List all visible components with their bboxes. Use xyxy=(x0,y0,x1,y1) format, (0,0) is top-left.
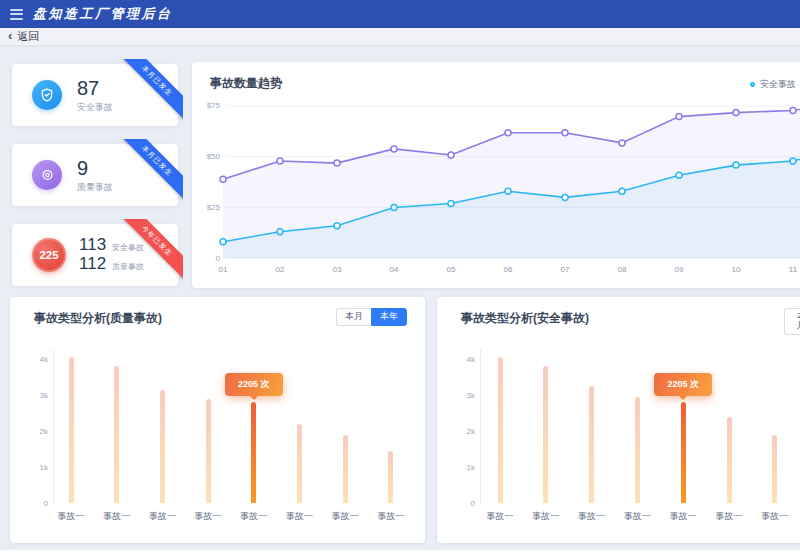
svg-text:0: 0 xyxy=(216,254,221,263)
stat-card-safety-month: 87 安全事故 本月已发生 xyxy=(12,64,178,126)
svg-text:03: 03 xyxy=(333,265,342,274)
svg-text:$75: $75 xyxy=(207,101,221,110)
quality-bar-chart: 01k2k3k4k事故一事故一事故一事故一事故一2205 次事故一事故一事故一 xyxy=(10,297,425,543)
bar[interactable] xyxy=(206,399,211,503)
svg-text:01: 01 xyxy=(219,265,228,274)
x-axis-label: 事故一 xyxy=(140,510,184,523)
x-axis-label: 事故一 xyxy=(232,510,276,523)
y-axis-tick: 0 xyxy=(445,499,475,508)
stat-card-year-total: 225 113 安全事故 112 质量事故 今年已发生 xyxy=(12,224,178,286)
safety-bar-chart: 01k2k3k4k事故一事故一事故一事故一事故一2205 次事故一事故一 xyxy=(437,297,800,543)
x-axis-label: 事故一 xyxy=(478,510,522,523)
year-quality-value: 112 xyxy=(79,255,106,274)
footer xyxy=(0,550,800,560)
x-axis-label: 事故一 xyxy=(278,510,322,523)
bar[interactable] xyxy=(388,451,393,503)
x-axis-label: 事故一 xyxy=(369,510,413,523)
top-bar: 盘知造工厂管理后台 xyxy=(0,0,800,28)
bar[interactable] xyxy=(772,435,777,503)
trend-panel: 事故数量趋势 安全事故 0$25$50$75010203040506070809… xyxy=(192,62,800,288)
svg-text:11: 11 xyxy=(789,265,798,274)
bar-tooltip: 2205 次 xyxy=(225,373,283,396)
trend-line-chart[interactable]: 0$25$50$75010203040506070809101112 xyxy=(192,62,800,288)
x-axis-label: 事故一 xyxy=(186,510,230,523)
y-axis-tick: 3k xyxy=(445,391,475,400)
y-axis-tick: 4k xyxy=(18,355,48,364)
x-axis-label: 事故一 xyxy=(524,510,568,523)
bar[interactable] xyxy=(114,366,119,503)
safety-type-panel: 事故类型分析(安全事故) 本月 本年 01k2k3k4k事故一事故一事故一事故一… xyxy=(437,297,800,543)
stat-card-quality-month: 9 质量事故 本月已发生 xyxy=(12,144,178,206)
y-axis-tick: 4k xyxy=(445,355,475,364)
y-axis-tick: 0 xyxy=(18,499,48,508)
bar[interactable] xyxy=(297,424,302,503)
svg-text:04: 04 xyxy=(390,265,399,274)
y-axis-line xyxy=(480,349,481,503)
x-axis-label: 事故一 xyxy=(615,510,659,523)
svg-text:06: 06 xyxy=(504,265,513,274)
y-axis-line xyxy=(53,349,54,503)
bar-tooltip: 2205 次 xyxy=(654,373,712,396)
shield-icon xyxy=(32,80,62,110)
bar[interactable] xyxy=(589,386,594,503)
back-bar[interactable]: ‹ 返回 xyxy=(0,28,800,45)
bar[interactable] xyxy=(543,366,548,503)
menu-icon[interactable] xyxy=(10,9,23,20)
dashboard-root: 盘知造工厂管理后台 ‹ 返回 87 安全事故 本月已发生 9 质量事故 xyxy=(0,0,800,560)
x-axis-label: 事故一 xyxy=(661,510,705,523)
bar[interactable] xyxy=(635,397,640,503)
year-total-badge: 225 xyxy=(32,238,66,272)
quality-month-value: 9 xyxy=(77,157,113,179)
y-axis-tick: 2k xyxy=(18,427,48,436)
quality-type-panel: 事故类型分析(质量事故) 本月 本年 01k2k3k4k事故一事故一事故一事故一… xyxy=(10,297,425,543)
x-axis-label: 事故一 xyxy=(49,510,93,523)
y-axis-tick: 3k xyxy=(18,391,48,400)
bar[interactable] xyxy=(681,402,686,503)
medal-icon xyxy=(32,160,62,190)
svg-text:$25: $25 xyxy=(207,203,221,212)
svg-text:05: 05 xyxy=(447,265,456,274)
x-axis-label: 事故一 xyxy=(753,510,797,523)
safety-month-label: 安全事故 xyxy=(77,101,113,114)
back-chevron-icon: ‹ xyxy=(8,29,12,42)
y-axis-tick: 1k xyxy=(18,463,48,472)
x-axis-label: 事故一 xyxy=(95,510,139,523)
year-safety-value: 113 xyxy=(79,236,106,255)
year-quality-label: 质量事故 xyxy=(112,263,144,272)
year-safety-label: 安全事故 xyxy=(112,244,144,253)
svg-text:10: 10 xyxy=(732,265,741,274)
bar[interactable] xyxy=(727,417,732,503)
bar[interactable] xyxy=(69,357,74,503)
svg-text:02: 02 xyxy=(276,265,285,274)
ribbon-month: 本月已发生 xyxy=(119,59,183,121)
svg-text:09: 09 xyxy=(675,265,684,274)
safety-month-value: 87 xyxy=(77,77,113,99)
ribbon-month: 本月已发生 xyxy=(119,139,183,201)
bar[interactable] xyxy=(251,402,256,503)
svg-text:08: 08 xyxy=(618,265,627,274)
x-axis-label: 事故一 xyxy=(570,510,614,523)
y-axis-tick: 1k xyxy=(445,463,475,472)
svg-text:07: 07 xyxy=(561,265,570,274)
y-axis-tick: 2k xyxy=(445,427,475,436)
bar[interactable] xyxy=(498,357,503,503)
bar[interactable] xyxy=(343,435,348,503)
back-label: 返回 xyxy=(17,29,39,44)
x-axis-label: 事故一 xyxy=(323,510,367,523)
x-axis-label: 事故一 xyxy=(707,510,751,523)
bar[interactable] xyxy=(160,390,165,503)
app-title: 盘知造工厂管理后台 xyxy=(33,5,173,23)
svg-text:$50: $50 xyxy=(207,152,221,161)
quality-month-label: 质量事故 xyxy=(77,181,113,194)
